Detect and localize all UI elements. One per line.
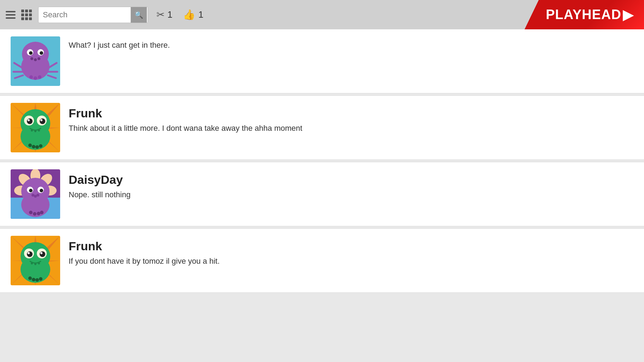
svg-point-59 xyxy=(29,211,33,214)
avatar xyxy=(11,103,60,152)
svg-point-84 xyxy=(32,278,35,281)
search-button[interactable]: 🔍 xyxy=(131,7,147,23)
svg-point-18 xyxy=(38,75,41,79)
svg-point-85 xyxy=(35,278,39,282)
username: DaisyDay xyxy=(69,173,131,187)
svg-point-77 xyxy=(40,251,45,257)
svg-point-79 xyxy=(40,252,42,254)
avatar xyxy=(11,36,60,86)
svg-point-34 xyxy=(28,119,30,121)
svg-point-81 xyxy=(34,263,36,265)
header-actions: ✂ 1 👍 1 xyxy=(156,9,203,21)
svg-point-35 xyxy=(40,119,42,121)
grid-menu-icon[interactable] xyxy=(21,10,32,20)
svg-point-7 xyxy=(30,57,33,60)
svg-point-86 xyxy=(39,277,42,281)
message-content: Frunk Think about it a little more. I do… xyxy=(69,103,302,134)
svg-point-60 xyxy=(33,212,36,216)
svg-point-62 xyxy=(40,211,44,214)
svg-point-76 xyxy=(27,251,33,257)
svg-point-16 xyxy=(29,75,33,79)
svg-point-38 xyxy=(38,129,40,132)
message-card: DaisyDay Nope. still nothing xyxy=(0,162,644,226)
logo-arrow-icon: ▶ xyxy=(623,7,633,23)
svg-point-42 xyxy=(39,144,42,148)
svg-point-32 xyxy=(27,118,33,124)
svg-point-39 xyxy=(28,144,32,147)
svg-point-78 xyxy=(28,252,30,254)
username: Frunk xyxy=(69,239,220,253)
search-box: 🔍 xyxy=(38,7,148,23)
svg-point-51 xyxy=(21,178,50,205)
svg-point-40 xyxy=(32,145,35,148)
svg-point-36 xyxy=(31,129,33,132)
thumbs-up-icon: 👍 xyxy=(183,9,195,21)
svg-point-5 xyxy=(29,51,33,55)
message-text: What? I just cant get in there. xyxy=(69,40,170,51)
message-card: What? I just cant get in there. xyxy=(0,29,644,93)
logo-text: PLAYHEAD xyxy=(546,7,621,22)
message-content: Frunk If you dont have it by tomoz il gi… xyxy=(69,236,220,267)
svg-point-41 xyxy=(35,145,39,149)
playhead-logo[interactable]: PLAYHEAD ▶ xyxy=(524,0,644,29)
messages-list: What? I just cant get in there. xyxy=(0,29,644,293)
svg-point-54 xyxy=(29,189,33,192)
notifications-count: 1 xyxy=(167,9,172,20)
notifications-action[interactable]: ✂ 1 xyxy=(156,9,172,21)
avatar xyxy=(11,169,60,219)
message-card: Frunk If you dont have it by tomoz il gi… xyxy=(0,228,644,293)
message-text: Nope. still nothing xyxy=(69,189,131,200)
search-input[interactable] xyxy=(39,10,131,19)
message-text: If you dont have it by tomoz il give you… xyxy=(69,256,220,267)
svg-point-55 xyxy=(40,189,43,192)
svg-point-6 xyxy=(40,51,43,55)
likes-count: 1 xyxy=(198,9,203,20)
message-content: What? I just cant get in there. xyxy=(69,36,170,51)
svg-point-17 xyxy=(34,76,37,80)
svg-point-61 xyxy=(37,212,40,215)
svg-point-58 xyxy=(36,194,39,197)
avatar xyxy=(11,236,60,285)
svg-point-2 xyxy=(22,42,49,66)
notifications-icon: ✂ xyxy=(156,9,165,21)
svg-point-57 xyxy=(34,195,37,198)
message-text: Think about it a little more. I dont wan… xyxy=(69,123,302,134)
hamburger-menu[interactable] xyxy=(6,11,16,19)
likes-action[interactable]: 👍 1 xyxy=(183,9,203,21)
message-card: Frunk Think about it a little more. I do… xyxy=(0,95,644,160)
svg-point-9 xyxy=(38,57,40,60)
svg-point-80 xyxy=(31,262,33,264)
svg-point-8 xyxy=(34,58,37,61)
svg-point-33 xyxy=(40,118,45,124)
svg-point-56 xyxy=(31,194,34,197)
message-content: DaisyDay Nope. still nothing xyxy=(69,169,131,200)
svg-point-37 xyxy=(34,130,36,132)
header: 🔍 ✂ 1 👍 1 PLAYHEAD ▶ xyxy=(0,0,644,29)
svg-point-83 xyxy=(28,276,32,280)
svg-point-82 xyxy=(38,262,40,264)
username: Frunk xyxy=(69,106,302,120)
